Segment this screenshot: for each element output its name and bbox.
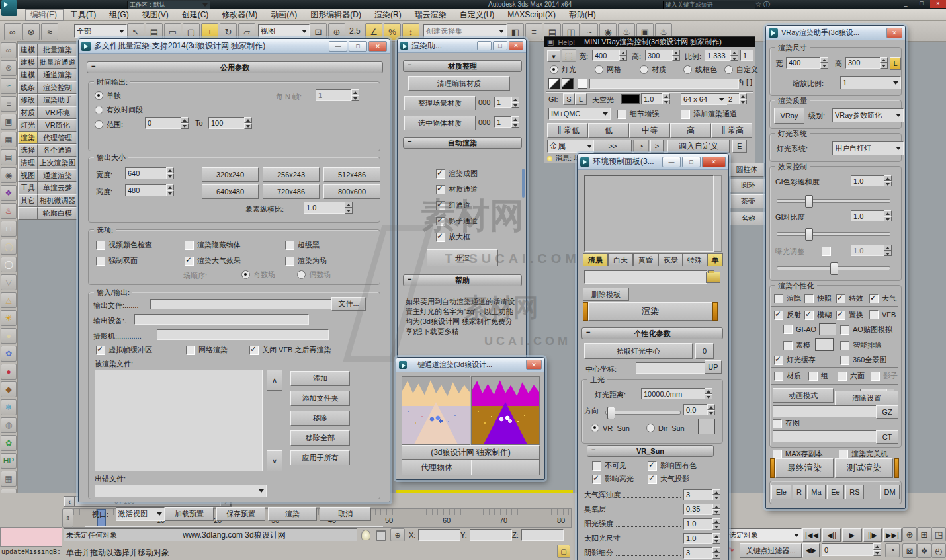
auto-render-checkbox[interactable]: 组通道 bbox=[436, 200, 470, 210]
auto-render-checkbox[interactable]: 影子通道 bbox=[436, 216, 478, 226]
gi-load-button[interactable]: L bbox=[575, 93, 587, 105]
sidebar-script-cell[interactable]: 通道渲染 bbox=[38, 169, 77, 182]
assistant-titlebar[interactable]: 渲染助... — □ ✕ bbox=[398, 39, 526, 53]
render-option-checkbox[interactable]: MAX存副本 bbox=[773, 449, 823, 459]
light-system-dropdown[interactable]: 用户自打灯 bbox=[832, 141, 904, 155]
gi-engine-dropdown[interactable]: IM+QMC bbox=[548, 108, 611, 120]
sidebar-category-cell[interactable]: 线条 bbox=[18, 81, 38, 94]
app-logo-icon[interactable] bbox=[1, 0, 17, 16]
scene-spinner[interactable] bbox=[511, 97, 519, 108]
key-filters-button[interactable]: 关键点过滤器... bbox=[740, 543, 802, 558]
clear-settings-button[interactable]: 清除设置 bbox=[835, 391, 898, 405]
sidebar-category-cell[interactable]: 材质 bbox=[18, 106, 38, 119]
rollup-icon[interactable]: ▣ bbox=[547, 38, 554, 46]
slider-knob[interactable] bbox=[607, 407, 615, 419]
render-mode-radio[interactable]: 灯光 bbox=[550, 65, 576, 75]
time-configuration-icon[interactable]: ◔ bbox=[885, 543, 900, 557]
window-min-button[interactable]: _ bbox=[898, 0, 913, 8]
env-category-tab[interactable]: 白天 bbox=[608, 253, 633, 266]
sidebar-category-cell[interactable]: 清理 bbox=[18, 157, 38, 169]
render-option-checkbox[interactable]: 灯光缓存 bbox=[774, 355, 816, 365]
zoom-all-icon[interactable]: ⊞ bbox=[917, 527, 931, 541]
axe-icon[interactable]: ◆ bbox=[1, 381, 17, 397]
scale-dropdown[interactable]: 1 bbox=[840, 76, 901, 89]
quality-preset-button[interactable]: 中等 bbox=[629, 123, 670, 138]
select-and-link-icon[interactable]: ∞ bbox=[4, 23, 21, 40]
option-checkbox[interactable]: 渲染为场 bbox=[285, 256, 327, 266]
element-shortcut-button[interactable]: R bbox=[793, 485, 806, 499]
close-button[interactable]: ✕ bbox=[702, 157, 726, 167]
orbit-icon[interactable]: ◴ bbox=[931, 543, 946, 558]
sidebar-script-cell[interactable]: 渲染控制 bbox=[38, 81, 77, 94]
gz-button[interactable]: GZ bbox=[876, 405, 898, 419]
bucket-size-dropdown[interactable]: 64 x 64 bbox=[681, 93, 727, 105]
level-dropdown[interactable]: VRay参数简化 bbox=[832, 108, 904, 122]
param-value-field[interactable]: 3 bbox=[683, 547, 712, 559]
region-crop-icon[interactable]: ⬚ bbox=[562, 49, 576, 62]
io-checkbox[interactable]: 虚拟帧缓冲区 bbox=[96, 345, 152, 355]
env-category-tab[interactable]: 单 bbox=[707, 253, 723, 266]
clean-editor-materials-button[interactable]: 清理编辑材质 bbox=[408, 76, 510, 91]
render-files-listbox[interactable] bbox=[95, 370, 263, 471]
light-distance-spinner[interactable] bbox=[705, 388, 712, 399]
selected-object-dropdown[interactable]: 选定对象 bbox=[726, 528, 802, 541]
sidebar-category-cell[interactable]: 建模 bbox=[18, 69, 38, 81]
footer-action-button[interactable]: 保存预置 bbox=[216, 507, 265, 521]
render-option-checkbox[interactable]: AO贴图模拟 bbox=[840, 325, 892, 335]
sidebar-category-cell[interactable]: 其它 bbox=[18, 194, 38, 207]
menu-item[interactable]: 帮助(H) bbox=[562, 8, 603, 22]
rollout-material-cleanup[interactable]: 材质整理 bbox=[403, 60, 522, 72]
ratio-spinner[interactable] bbox=[730, 50, 738, 61]
sheet-icon[interactable]: ▤ bbox=[1, 149, 17, 165]
menu-item[interactable]: 动画(A) bbox=[264, 8, 304, 22]
pick-count-button[interactable]: 0 bbox=[695, 343, 714, 359]
element-shortcut-button[interactable]: Ele bbox=[771, 485, 791, 499]
auto-render-checkbox[interactable]: 材质通道 bbox=[436, 184, 478, 194]
template-list[interactable] bbox=[584, 175, 714, 252]
height-field[interactable]: 480 bbox=[125, 184, 170, 196]
render-option-checkbox[interactable]: 置换 bbox=[836, 310, 863, 320]
quality-preset-button[interactable]: 非常高 bbox=[711, 123, 752, 138]
sidebar-category-cell[interactable]: 灯光 bbox=[18, 119, 38, 132]
wave-icon[interactable]: ≈ bbox=[1, 78, 17, 94]
output-file-field[interactable] bbox=[150, 299, 331, 309]
vray-helper-titlebar[interactable]: VRay渲染助手(3d狼设... ✕ bbox=[766, 26, 905, 40]
exposure-checkbox[interactable] bbox=[822, 247, 831, 256]
gi-contrast-spinner[interactable] bbox=[884, 210, 892, 221]
move-down-button[interactable]: ∨ bbox=[267, 450, 282, 471]
cherry-icon[interactable]: ● bbox=[1, 364, 17, 380]
gi-ao-swatch[interactable] bbox=[819, 323, 836, 335]
option-checkbox[interactable]: 渲染大气效果 bbox=[185, 256, 241, 266]
height-spinner[interactable] bbox=[880, 57, 888, 69]
sidebar-script-cell[interactable]: 单渲云梦 bbox=[38, 182, 77, 194]
param-spinner[interactable] bbox=[712, 518, 720, 530]
even-field-radio[interactable]: 偶数场 bbox=[297, 270, 331, 280]
rollout-custom-params[interactable]: 个性化参数 bbox=[581, 327, 723, 339]
sphere-icon[interactable]: ● bbox=[1, 328, 17, 344]
footer-action-button[interactable]: 取消 bbox=[320, 507, 371, 521]
menu-item[interactable]: MAXScript(X) bbox=[501, 9, 562, 20]
selection-filter-dropdown[interactable]: 全部 bbox=[74, 24, 127, 38]
sidebar-category-cell[interactable]: 建模 bbox=[18, 44, 38, 56]
sidebar-script-cell[interactable]: VR环境 bbox=[38, 106, 77, 119]
x-coordinate-field[interactable] bbox=[418, 529, 460, 541]
file-browse-button[interactable]: 文件... bbox=[331, 297, 366, 311]
open-folder-icon[interactable] bbox=[706, 272, 720, 283]
undo-icon[interactable]: ↰ bbox=[738, 77, 745, 87]
center-coord-field[interactable] bbox=[636, 362, 707, 374]
param-value-field[interactable]: 1.0 bbox=[683, 533, 712, 544]
sidebar-category-cell[interactable]: 视图 bbox=[18, 169, 38, 182]
option-checkbox[interactable]: 超级黑 bbox=[285, 240, 320, 250]
env-category-tab[interactable]: 清晨 bbox=[583, 253, 608, 266]
skylight-color-swatch[interactable] bbox=[621, 94, 640, 104]
clay-swatch[interactable] bbox=[815, 338, 834, 351]
sidebar-script-cell[interactable]: 批量渲通道 bbox=[38, 56, 77, 69]
option-checkbox[interactable]: 渲染隐藏物体 bbox=[185, 240, 241, 250]
render-option-checkbox[interactable]: 组 bbox=[808, 371, 828, 381]
gi-saturation-field[interactable]: 1.0 bbox=[851, 175, 888, 186]
render-preview-thumbnail[interactable] bbox=[402, 376, 470, 445]
photon-path-field[interactable] bbox=[773, 405, 877, 417]
up-button[interactable]: UP bbox=[705, 360, 722, 374]
sidebar-script-cell[interactable]: 相机微调器 bbox=[38, 194, 77, 207]
restore-button[interactable]: □ bbox=[493, 41, 507, 50]
